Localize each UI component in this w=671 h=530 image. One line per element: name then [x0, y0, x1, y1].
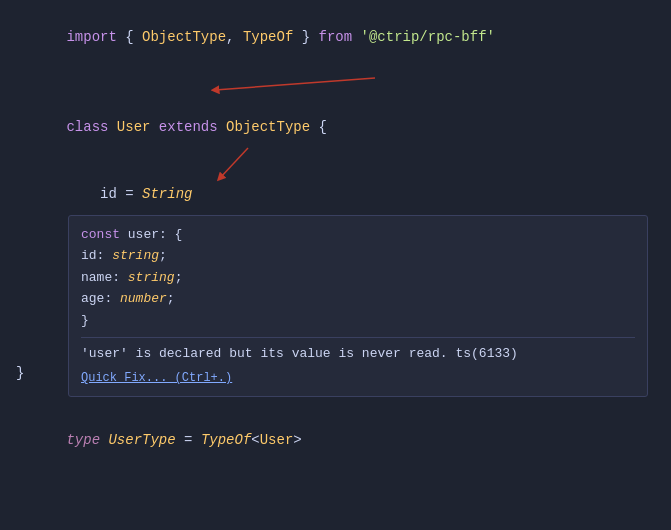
tooltip-line-1: const user: { [81, 224, 635, 245]
tooltip-line-5: } [81, 310, 635, 331]
tooltip-error-message: 'user' is declared but its value is neve… [81, 337, 635, 365]
tooltip-box: const user: { id: string; name: string; … [68, 215, 648, 397]
tooltip-line-4: age: number; [81, 288, 635, 309]
tooltip-line-2: id: string; [81, 245, 635, 266]
code-editor: import { ObjectType, TypeOf } from '@ctr… [0, 0, 671, 530]
tooltip-code: const user: { id: string; name: string; … [81, 224, 635, 331]
code-line-2 [0, 71, 671, 93]
tooltip-quickfix-link[interactable]: Quick Fix... (Ctrl+.) [81, 369, 635, 388]
tooltip-line-3: name: string; [81, 267, 635, 288]
code-line-1: import { ObjectType, TypeOf } from '@ctr… [0, 4, 671, 71]
code-line-3: class User extends ObjectType { [0, 94, 671, 161]
code-line-9: type UserType = TypeOf<User> [0, 407, 671, 474]
